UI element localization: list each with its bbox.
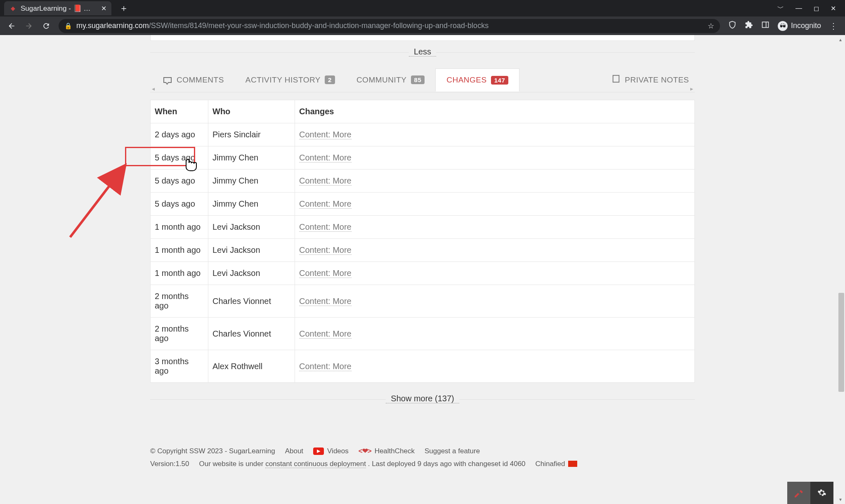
toolbar-right: 🕶 Incognito ⋮: [725, 20, 841, 31]
cell-changes: Content: More: [295, 318, 695, 350]
panel-icon[interactable]: [761, 21, 769, 31]
cell-who: Piers Sinclair: [208, 123, 295, 146]
cell-who: Levi Jackson: [208, 216, 295, 239]
activity-history-badge: 2: [325, 75, 335, 84]
tab-scroll-right-icon[interactable]: ▸: [688, 85, 696, 93]
table-row: 2 days agoPiers SinclairContent: More: [151, 123, 695, 146]
maximize-icon[interactable]: ◻: [814, 5, 819, 12]
content-more-link[interactable]: Content: More: [299, 130, 352, 139]
cell-when: 5 days ago: [151, 193, 208, 216]
deployment-link[interactable]: constant continuous deployment: [265, 460, 366, 468]
content-more-link[interactable]: Content: More: [299, 222, 352, 232]
changes-table: When Who Changes 2 days agoPiers Sinclai…: [150, 100, 695, 383]
reload-button[interactable]: [39, 19, 54, 33]
corner-widgets: [787, 482, 833, 504]
tab-changes-label: CHANGES: [446, 75, 486, 85]
url-path: /SSW/items/8149/meet-your-ssw-induction-…: [149, 21, 489, 30]
star-icon[interactable]: ☆: [708, 21, 714, 31]
gear-widget-button[interactable]: [810, 482, 833, 504]
cell-who: Levi Jackson: [208, 262, 295, 285]
svg-rect-0: [762, 22, 768, 27]
chevron-down-icon[interactable]: ﹀: [777, 4, 784, 13]
tab-close-icon[interactable]: ✕: [101, 5, 106, 12]
svg-line-3: [70, 167, 124, 237]
scrollbar-down-icon[interactable]: ▾: [836, 495, 845, 504]
minimize-icon[interactable]: —: [795, 5, 802, 12]
tab-title: SugarLearning - 📕 Meet your S…: [21, 4, 94, 13]
tab-private-notes[interactable]: PRIVATE NOTES: [607, 68, 693, 92]
less-link[interactable]: Less: [409, 47, 436, 57]
cell-when: 2 days ago: [151, 123, 208, 146]
cell-when: 5 days ago: [151, 146, 208, 170]
header-who: Who: [208, 100, 295, 123]
deploy-prefix: Our website is under: [199, 460, 266, 468]
cell-when: 5 days ago: [151, 170, 208, 193]
table-row: 2 months agoCharles VionnetContent: More: [151, 318, 695, 350]
footer: © Copyright SSW 2023 - SugarLearning Abo…: [150, 445, 695, 470]
tab-scroll-left-icon[interactable]: ◂: [149, 85, 157, 93]
tab-activity-history-label: ACTIVITY HISTORY: [245, 75, 321, 85]
forward-button[interactable]: [21, 19, 36, 33]
tab-activity-history[interactable]: ACTIVITY HISTORY 2: [235, 69, 346, 91]
cell-changes: Content: More: [295, 146, 695, 170]
deploy-suffix: . Last deployed 9 days ago with changese…: [366, 460, 526, 468]
scrollbar-up-icon[interactable]: ▴: [836, 35, 845, 44]
videos-link[interactable]: Videos: [327, 445, 349, 458]
url-host: my.sugarlearning.com: [76, 21, 149, 30]
content-more-link[interactable]: Content: More: [299, 297, 352, 306]
healthcheck-link[interactable]: HealthCheck: [375, 445, 415, 458]
community-badge: 85: [411, 75, 425, 84]
cell-when: 2 months ago: [151, 285, 208, 318]
about-link[interactable]: About: [285, 445, 303, 458]
cell-changes: Content: More: [295, 285, 695, 318]
content-more-link[interactable]: Content: More: [299, 362, 352, 371]
content-card-bottom: [150, 35, 695, 41]
svg-rect-2: [613, 75, 619, 82]
changes-badge: 147: [491, 76, 509, 85]
incognito-badge[interactable]: 🕶 Incognito: [778, 21, 821, 31]
content-more-link[interactable]: Content: More: [299, 268, 352, 278]
scrollbar[interactable]: ▴ ▾: [836, 35, 845, 504]
note-icon: [611, 74, 621, 85]
hammer-widget-button[interactable]: [787, 482, 810, 504]
tab-comments[interactable]: COMMENTS: [152, 68, 235, 92]
back-button[interactable]: [4, 19, 19, 33]
table-row: 5 days agoJimmy ChenContent: More: [151, 146, 695, 170]
annotation-arrow-icon: [62, 159, 136, 241]
kebab-menu-icon[interactable]: ⋮: [829, 21, 838, 31]
table-header-row: When Who Changes: [151, 100, 695, 123]
content-more-link[interactable]: Content: More: [299, 329, 352, 339]
comment-icon: [163, 75, 172, 85]
browser-tab[interactable]: ◆ SugarLearning - 📕 Meet your S… ✕: [4, 1, 111, 15]
cell-when: 2 months ago: [151, 318, 208, 350]
cell-who: Jimmy Chen: [208, 170, 295, 193]
scrollbar-thumb[interactable]: [838, 293, 844, 392]
close-window-icon[interactable]: ✕: [831, 5, 836, 12]
table-row: 2 months agoCharles VionnetContent: More: [151, 285, 695, 318]
tab-community[interactable]: COMMUNITY 85: [346, 69, 435, 91]
tab-changes[interactable]: CHANGES 147: [435, 68, 519, 92]
version-text: Version:1.50: [150, 458, 189, 471]
table-row: 1 month agoLevi JacksonContent: More: [151, 239, 695, 262]
cell-changes: Content: More: [295, 262, 695, 285]
shield-icon[interactable]: [728, 20, 736, 31]
address-bar[interactable]: 🔒 my.sugarlearning.com/SSW/items/8149/me…: [59, 19, 720, 33]
show-more-link[interactable]: Show more (137): [386, 394, 459, 403]
cell-when: 3 months ago: [151, 350, 208, 383]
content-more-link[interactable]: Content: More: [299, 176, 352, 186]
content-more-link[interactable]: Content: More: [299, 199, 352, 209]
table-row: 5 days agoJimmy ChenContent: More: [151, 170, 695, 193]
content-more-link[interactable]: Content: More: [299, 153, 352, 163]
china-flag-icon: [568, 461, 577, 467]
table-row: 1 month agoLevi JacksonContent: More: [151, 262, 695, 285]
suggest-feature-link[interactable]: Suggest a feature: [425, 445, 480, 458]
extensions-icon[interactable]: [745, 21, 753, 31]
chinafied-link[interactable]: Chinafied: [536, 458, 565, 471]
tab-private-notes-label: PRIVATE NOTES: [625, 75, 689, 85]
new-tab-button[interactable]: ＋: [118, 2, 130, 14]
nav-bar: 🔒 my.sugarlearning.com/SSW/items/8149/me…: [0, 16, 845, 35]
window-controls: ﹀ — ◻ ✕: [777, 4, 845, 13]
content-more-link[interactable]: Content: More: [299, 245, 352, 255]
cell-changes: Content: More: [295, 193, 695, 216]
cell-changes: Content: More: [295, 216, 695, 239]
